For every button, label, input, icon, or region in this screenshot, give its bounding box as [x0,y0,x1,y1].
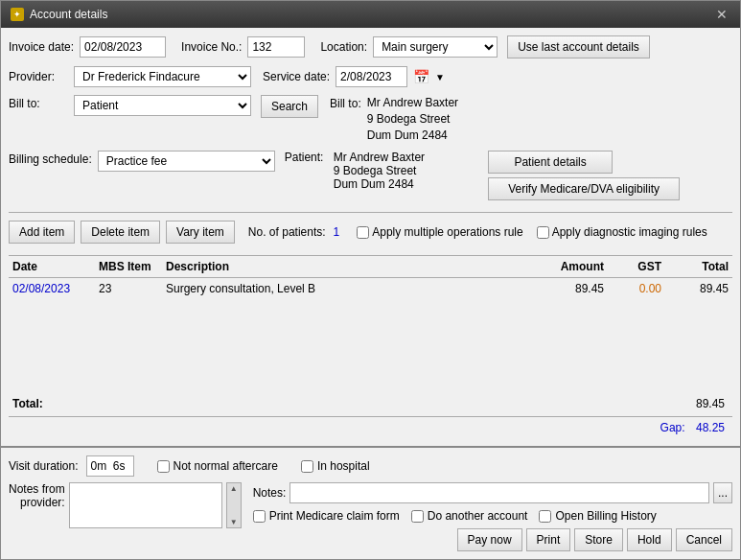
billing-schedule-select[interactable]: Practice fee [98,151,275,172]
calendar-icon[interactable]: 📅 [413,69,429,84]
not-normal-aftercare-label: Not normal aftercare [174,459,278,473]
row-mbs: 23 [95,280,162,297]
notes-scrollbar[interactable]: ▲ ▼ [226,482,242,528]
col-amount-header: Amount [531,258,608,275]
invoice-row: Invoice date: Invoice No.: Location: Mai… [9,35,732,58]
calendar-dropdown-icon[interactable]: ▼ [435,72,445,82]
table-row[interactable]: 02/08/2023 23 Surgery consultation, Leve… [9,278,732,299]
hold-button[interactable]: Hold [627,528,672,551]
apply-multiple-label: Apply multiple operations rule [372,225,522,239]
location-select[interactable]: Main surgery [373,36,498,58]
pay-now-button[interactable]: Pay now [457,528,522,551]
gap-value: 48.25 [696,421,725,434]
col-total-header: Total [665,258,732,275]
do-another-checkbox[interactable] [411,510,424,523]
titlebar-left: ✦ Account details [11,8,107,21]
billing-patient-row: Billing schedule: Practice fee Patient: … [9,151,732,200]
patient-row: Patient: Mr Andrew Baxter 9 Bodega Stree… [285,151,680,200]
bottom-section: Visit duration: Not normal aftercare In … [1,446,740,559]
in-hospital-checkbox[interactable] [301,460,313,473]
use-last-account-button[interactable]: Use last account details [507,35,650,58]
col-date-header: Date [9,258,95,275]
bill-to-addr1: 9 Bodega Street [367,111,458,128]
apply-multiple-check: Apply multiple operations rule [357,225,522,239]
delete-item-button[interactable]: Delete item [81,221,160,244]
provider-select[interactable]: Dr Frederick Findacure [74,66,251,87]
patient-info: Mr Andrew Baxter 9 Bodega Street Dum Dum… [334,151,425,191]
bill-to-select[interactable]: Patient [74,95,251,116]
apply-diagnostic-label: Apply diagnostic imaging rules [552,225,707,239]
total-value: 89.45 [696,397,729,410]
row-desc: Surgery consultation, Level B [162,280,531,297]
in-hospital-group: In hospital [301,459,370,473]
window-title: Account details [30,8,107,21]
print-button[interactable]: Print [526,528,571,551]
main-content: Invoice date: Invoice No.: Location: Mai… [1,28,740,446]
patient-details-button[interactable]: Patient details [488,151,613,174]
notes-label: Notes: [253,486,287,500]
vary-item-button[interactable]: Vary item [166,221,235,244]
scroll-down-icon[interactable]: ▼ [230,518,238,526]
col-mbs-header: MBS Item [95,258,162,275]
open-billing-checkbox[interactable] [539,510,551,523]
no-of-patients-value: 1 [334,225,340,239]
do-another-group: Do another account [411,509,528,523]
items-table: Date MBS Item Description Amount GST Tot… [9,255,732,299]
visit-duration-input[interactable] [86,455,134,477]
patient-name: Mr Andrew Baxter [334,151,425,164]
notes-provider-textarea[interactable] [69,482,222,528]
notes-input[interactable] [289,482,709,503]
bill-to-left-label: Bill to: [9,97,68,110]
scroll-up-icon[interactable]: ▲ [230,484,238,493]
row-gst: 0.00 [608,280,665,297]
account-details-window: ✦ Account details ✕ Invoice date: Invoic… [0,0,741,560]
in-hospital-label: In hospital [317,459,370,473]
invoice-date-input[interactable] [80,36,166,58]
cancel-button[interactable]: Cancel [676,528,732,551]
billing-schedule-label: Billing schedule: [9,152,92,166]
provider-label: Provider: [9,70,68,83]
invoice-date-label: Invoice date: [9,40,74,54]
close-button[interactable]: ✕ [713,6,730,23]
bill-to-row: Bill to: Patient Search Bill to: Mr Andr… [9,95,732,143]
not-normal-aftercare-checkbox[interactable] [157,460,170,473]
notes-browse-button[interactable]: ... [713,482,732,503]
apply-diagnostic-checkbox[interactable] [537,226,549,239]
invoice-no-label: Invoice No.: [181,40,242,54]
patient-addr1: 9 Bodega Street [334,164,425,177]
notes-from-label: Notes from [9,482,65,496]
invoice-no-input[interactable] [247,36,305,58]
open-billing-label: Open Billing History [555,509,656,523]
col-gst-header: GST [608,258,665,275]
bill-to-address: Mr Andrew Baxter 9 Bodega Street Dum Dum… [367,95,458,143]
open-billing-group: Open Billing History [539,509,656,523]
patient-addr2: Dum Dum 2484 [334,177,425,191]
print-medicare-checkbox[interactable] [253,510,266,523]
no-of-patients-label: No. of patients: [248,225,326,239]
middle-empty [9,303,732,391]
search-button[interactable]: Search [261,95,318,118]
total-label: Total: [12,397,43,410]
bill-to-right-label: Bill to: [330,97,361,110]
store-button[interactable]: Store [574,528,623,551]
not-normal-aftercare-group: Not normal aftercare [157,459,278,473]
apply-multiple-checkbox[interactable] [357,226,369,239]
notes-from-label2: provider: [20,496,65,509]
window-icon: ✦ [11,8,24,21]
bill-to-addr2: Dum Dum 2484 [367,128,458,144]
titlebar: ✦ Account details ✕ [1,1,740,28]
row-date: 02/08/2023 [9,280,95,297]
location-label: Location: [320,40,367,54]
add-item-button[interactable]: Add item [9,221,75,244]
action-buttons: Pay now Print Store Hold Cancel [253,528,732,551]
print-medicare-label: Print Medicare claim form [269,509,400,523]
service-date-input[interactable] [336,66,407,87]
separator-1 [9,212,732,213]
provider-row: Provider: Dr Frederick Findacure Service… [9,66,732,87]
verify-medicare-button[interactable]: Verify Medicare/DVA eligibility [488,177,680,200]
table-header: Date MBS Item Description Amount GST Tot… [9,256,732,278]
row-total: 89.45 [665,280,732,297]
do-another-label: Do another account [428,509,528,523]
service-date-label: Service date: [263,70,330,83]
notes-provider-area: ▲ ▼ [69,482,242,528]
